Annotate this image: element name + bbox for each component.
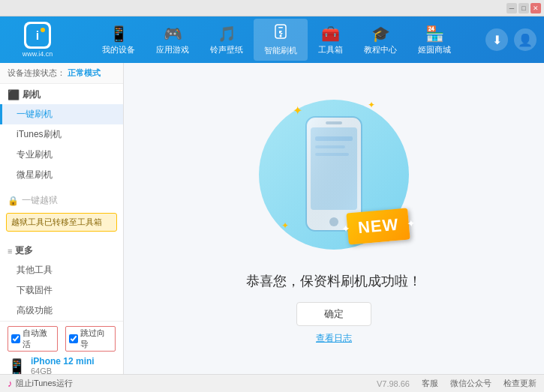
logo-icon: i xyxy=(24,22,51,49)
checkbox-auto-activate[interactable]: 自动激活 xyxy=(8,326,58,352)
lock-icon: 🔒 xyxy=(8,196,19,206)
device-info: 📱 iPhone 12 mini 64GB Down-12mini-13,1 xyxy=(8,356,116,374)
title-bar: ─ □ ✕ xyxy=(0,0,544,16)
itunes-label[interactable]: 阻止iTunes运行 xyxy=(16,378,74,389)
itunes-icon: ♪ xyxy=(8,378,13,389)
nav-item-ringtone[interactable]: 🎵 铃声壁纸 xyxy=(200,19,254,61)
sparkle-2: ✦ xyxy=(368,100,375,110)
version-label: V7.98.66 xyxy=(377,379,410,388)
minimize-btn[interactable]: ─ xyxy=(506,3,517,13)
wechat-link[interactable]: 微信公众号 xyxy=(450,378,491,389)
sidebar-item-advanced[interactable]: 高级功能 xyxy=(0,301,123,321)
log-link[interactable]: 查看日志 xyxy=(316,332,352,345)
auto-activate-checkbox[interactable] xyxy=(11,334,20,343)
profile-btn[interactable]: 👤 xyxy=(514,28,536,51)
ringtone-icon: 🎵 xyxy=(218,25,236,43)
sparkle-1: ✦ xyxy=(293,103,302,118)
logo[interactable]: i www.i4.cn xyxy=(8,21,68,58)
svg-rect-5 xyxy=(278,27,283,28)
tutorial-icon: 🎓 xyxy=(371,25,390,43)
nav-item-shop[interactable]: 🏪 姬圆商城 xyxy=(407,19,461,61)
app-icon: 🎮 xyxy=(164,25,182,43)
flash-icon xyxy=(272,23,289,43)
sparkle-3: ✦ xyxy=(281,220,289,231)
status-label: 设备连接状态： xyxy=(8,68,65,77)
skip-wizard-label: 跳过向导 xyxy=(80,328,112,350)
device-storage: 64GB xyxy=(31,367,98,374)
jailbreak-notice: 越狱工具已转移至工具箱 xyxy=(6,213,117,232)
sidebar-item-onekey[interactable]: 一键刷机 xyxy=(0,104,123,124)
checkbox-row: 自动激活 跳过向导 xyxy=(8,326,116,352)
nav-label-device: 我的设备 xyxy=(102,44,135,55)
nav-item-my-device[interactable]: 📱 我的设备 xyxy=(92,19,146,61)
bottom-bar: ♪ 阻止iTunes运行 V7.98.66 客服 微信公众号 检查更新 xyxy=(0,374,544,392)
checkbox-skip-wizard[interactable]: 跳过向导 xyxy=(65,326,116,352)
sidebar-locked-jailbreak: 🔒 一键越狱 xyxy=(0,191,123,210)
sidebar-item-itunes[interactable]: iTunes刷机 xyxy=(0,124,123,145)
nav-item-app-game[interactable]: 🎮 应用游戏 xyxy=(146,19,200,61)
check-update-link[interactable]: 检查更新 xyxy=(503,378,536,389)
group-more: ≡ 更多 xyxy=(0,241,123,260)
nav-label-toolbox: 工具箱 xyxy=(318,44,343,55)
device-icon: 📱 xyxy=(110,25,128,43)
customer-service-link[interactable]: 客服 xyxy=(422,378,438,389)
top-nav: i www.i4.cn 📱 我的设备 🎮 应用游戏 🎵 铃声壁纸 xyxy=(0,16,544,63)
new-badge: NEW xyxy=(346,208,410,244)
nav-items: 📱 我的设备 🎮 应用游戏 🎵 铃声壁纸 智能刷机 🧰 工具箱 xyxy=(68,19,485,61)
phone-illustration: ✦ ✦ ✦ xyxy=(251,92,416,257)
maximize-btn[interactable]: □ xyxy=(518,3,529,13)
svg-text:i: i xyxy=(36,29,39,42)
nav-item-smart-flash[interactable]: 智能刷机 xyxy=(254,19,308,61)
more-label: 更多 xyxy=(15,244,33,257)
success-text: 恭喜您，保资料刷机成功啦！ xyxy=(246,272,422,290)
sidebar-item-micro[interactable]: 微星刷机 xyxy=(0,165,123,185)
nav-label-tutorial: 教程中心 xyxy=(364,44,397,55)
nav-label-app: 应用游戏 xyxy=(156,44,189,55)
flash-group-icon: ⬛ xyxy=(8,89,20,100)
status-bar: 设备连接状态： 正常模式 xyxy=(0,63,123,84)
nav-item-tutorial[interactable]: 🎓 教程中心 xyxy=(353,19,407,61)
close-btn[interactable]: ✕ xyxy=(530,3,541,13)
sidebar-item-other-tools[interactable]: 其他工具 xyxy=(0,260,123,280)
bottom-right: V7.98.66 客服 微信公众号 检查更新 xyxy=(377,378,536,389)
download-btn[interactable]: ⬇ xyxy=(485,28,508,51)
svg-point-2 xyxy=(41,28,45,32)
toolbox-icon: 🧰 xyxy=(321,25,340,43)
nav-right: ⬇ 👤 xyxy=(485,28,536,51)
sidebar-device-section: 自动激活 跳过向导 📱 iPhone 12 mini 64GB Down-12m… xyxy=(0,321,123,374)
group-label-flash: 刷机 xyxy=(23,88,41,101)
shop-icon: 🏪 xyxy=(425,25,444,43)
bottom-left: ♪ 阻止iTunes运行 xyxy=(8,378,73,389)
more-icon: ≡ xyxy=(8,247,12,256)
sidebar: 设备连接状态： 正常模式 ⬛ 刷机 一键刷机 iTunes刷机 专业刷机 微星刷… xyxy=(0,63,124,374)
nav-label-ringtone: 铃声壁纸 xyxy=(210,44,243,55)
nav-label-flash: 智能刷机 xyxy=(264,45,297,56)
main-area: 设备连接状态： 正常模式 ⬛ 刷机 一键刷机 iTunes刷机 专业刷机 微星刷… xyxy=(0,63,544,374)
sidebar-item-pro[interactable]: 专业刷机 xyxy=(0,145,123,165)
nav-label-shop: 姬圆商城 xyxy=(418,44,451,55)
sidebar-group-flash: ⬛ 刷机 一键刷机 iTunes刷机 专业刷机 微星刷机 xyxy=(0,84,123,185)
auto-activate-label: 自动激活 xyxy=(23,328,54,350)
main-content: ✦ ✦ ✦ xyxy=(124,63,544,374)
device-details: iPhone 12 mini 64GB Down-12mini-13,1 xyxy=(31,356,98,374)
group-header-flash: ⬛ 刷机 xyxy=(0,84,123,104)
logo-text: www.i4.cn xyxy=(23,50,53,58)
skip-wizard-checkbox[interactable] xyxy=(69,334,78,343)
status-value: 正常模式 xyxy=(68,68,101,77)
locked-label: 一键越狱 xyxy=(22,194,58,207)
confirm-button[interactable]: 确定 xyxy=(296,302,371,326)
device-name: iPhone 12 mini xyxy=(31,356,98,367)
nav-item-toolbox[interactable]: 🧰 工具箱 xyxy=(308,19,353,61)
sidebar-item-download-firmware[interactable]: 下载固件 xyxy=(0,280,123,301)
device-phone-icon: 📱 xyxy=(8,358,26,374)
